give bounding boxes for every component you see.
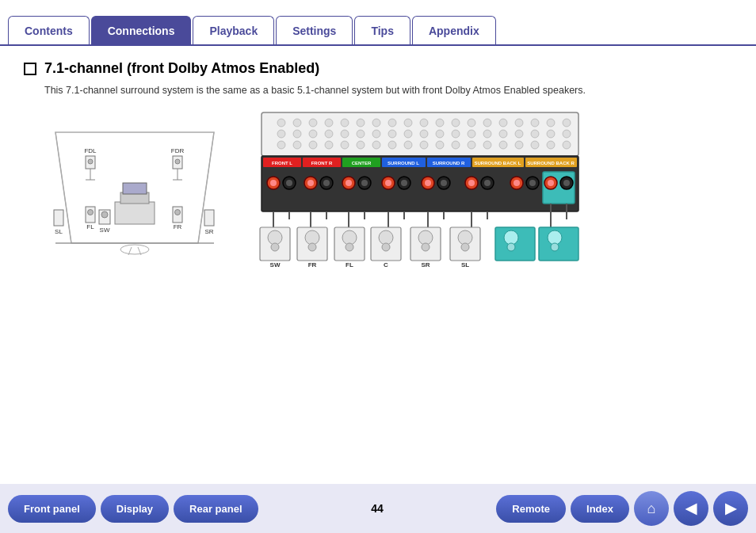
svg-text:FL: FL: [86, 223, 94, 230]
svg-point-133: [529, 180, 536, 186]
svg-point-72: [277, 141, 285, 149]
svg-point-47: [483, 119, 491, 127]
svg-point-69: [531, 130, 539, 138]
svg-point-35: [293, 119, 301, 127]
svg-text:SL: SL: [461, 261, 469, 268]
svg-point-60: [388, 130, 396, 138]
svg-point-57: [341, 130, 349, 138]
svg-point-82: [436, 141, 444, 149]
page-number: 44: [263, 502, 492, 515]
svg-point-87: [515, 141, 523, 149]
svg-text:FRONT L: FRONT L: [272, 161, 292, 166]
svg-point-64: [452, 130, 460, 138]
svg-point-53: [277, 130, 285, 138]
svg-point-76: [341, 141, 349, 149]
svg-point-88: [531, 141, 539, 149]
svg-point-7: [101, 211, 108, 218]
svg-point-71: [563, 130, 571, 138]
bottom-navigation: Front panel Display Rear panel 44 Remote…: [0, 484, 756, 533]
display-button[interactable]: Display: [101, 495, 169, 523]
svg-point-115: [346, 180, 352, 186]
svg-point-83: [452, 141, 460, 149]
tab-appendix[interactable]: Appendix: [412, 16, 496, 44]
back-arrow-icon: ◀: [685, 500, 697, 517]
svg-point-123: [425, 180, 431, 186]
svg-point-179: [507, 243, 515, 251]
svg-point-125: [441, 180, 447, 186]
svg-point-174: [458, 230, 472, 245]
tab-playback[interactable]: Playback: [193, 16, 274, 44]
tab-tips[interactable]: Tips: [354, 16, 410, 44]
svg-rect-17: [204, 210, 214, 226]
svg-point-170: [418, 230, 433, 245]
svg-point-121: [401, 180, 407, 186]
svg-text:FDL: FDL: [84, 147, 97, 154]
svg-point-175: [461, 243, 469, 251]
index-button[interactable]: Index: [571, 495, 629, 523]
svg-point-84: [468, 141, 475, 149]
svg-point-119: [385, 180, 391, 186]
svg-point-171: [422, 243, 430, 251]
svg-point-117: [361, 180, 368, 186]
svg-point-163: [346, 243, 353, 251]
home-button[interactable]: ⌂: [634, 491, 669, 526]
svg-text:FR: FR: [174, 223, 182, 230]
svg-point-155: [271, 243, 279, 251]
page-title: 7.1-channel (front Dolby Atmos Enabled): [44, 60, 319, 77]
home-icon: ⌂: [647, 501, 656, 517]
svg-point-65: [468, 130, 475, 138]
svg-point-138: [563, 180, 570, 186]
main-content: 7.1-channel (front Dolby Atmos Enabled) …: [0, 46, 756, 291]
svg-point-75: [325, 141, 333, 149]
svg-point-182: [548, 230, 562, 245]
svg-point-55: [309, 130, 317, 138]
svg-point-56: [325, 130, 333, 138]
svg-text:FL: FL: [346, 261, 353, 268]
svg-point-70: [547, 130, 555, 138]
svg-point-44: [436, 119, 444, 127]
svg-point-13: [175, 210, 181, 215]
svg-point-131: [514, 180, 520, 186]
svg-point-107: [270, 180, 277, 186]
svg-text:SR: SR: [421, 261, 430, 268]
svg-text:CENTER: CENTER: [352, 161, 372, 166]
svg-point-86: [499, 141, 507, 149]
svg-text:SL: SL: [55, 228, 63, 235]
svg-point-85: [483, 141, 491, 149]
svg-point-59: [372, 130, 380, 138]
svg-point-37: [325, 119, 333, 127]
svg-point-25: [175, 159, 180, 164]
forward-button[interactable]: ▶: [713, 491, 748, 526]
svg-text:SURROUND R: SURROUND R: [433, 161, 465, 166]
svg-point-74: [309, 141, 317, 149]
diagram-area: SW FL FR SL SR FDL: [32, 109, 732, 283]
svg-point-61: [404, 130, 412, 138]
svg-point-54: [293, 130, 301, 138]
svg-text:SR: SR: [204, 228, 213, 235]
rear-panel-button[interactable]: Rear panel: [174, 495, 258, 523]
svg-point-79: [388, 141, 396, 149]
svg-text:FDR: FDR: [171, 147, 185, 154]
front-panel-button[interactable]: Front panel: [8, 495, 96, 523]
svg-point-77: [357, 141, 365, 149]
svg-text:FDL: FDL: [552, 261, 565, 268]
svg-point-20: [88, 159, 93, 164]
tab-connections[interactable]: Connections: [91, 16, 192, 44]
svg-point-45: [452, 119, 460, 127]
svg-text:SURROUND BACK L: SURROUND BACK L: [475, 161, 521, 166]
remote-button[interactable]: Remote: [496, 495, 566, 523]
back-button[interactable]: ◀: [674, 491, 708, 526]
svg-line-1: [55, 132, 71, 243]
svg-point-127: [468, 180, 475, 186]
svg-point-81: [420, 141, 428, 149]
svg-point-63: [436, 130, 444, 138]
top-navigation: Contents Connections Playback Settings T…: [0, 0, 756, 46]
svg-point-68: [515, 130, 523, 138]
section-header: 7.1-channel (front Dolby Atmos Enabled): [24, 60, 732, 77]
svg-point-178: [504, 230, 518, 245]
svg-text:SW: SW: [100, 227, 110, 234]
tab-contents[interactable]: Contents: [8, 16, 90, 44]
tab-settings[interactable]: Settings: [276, 16, 353, 44]
svg-point-89: [547, 141, 555, 149]
svg-point-80: [404, 141, 412, 149]
